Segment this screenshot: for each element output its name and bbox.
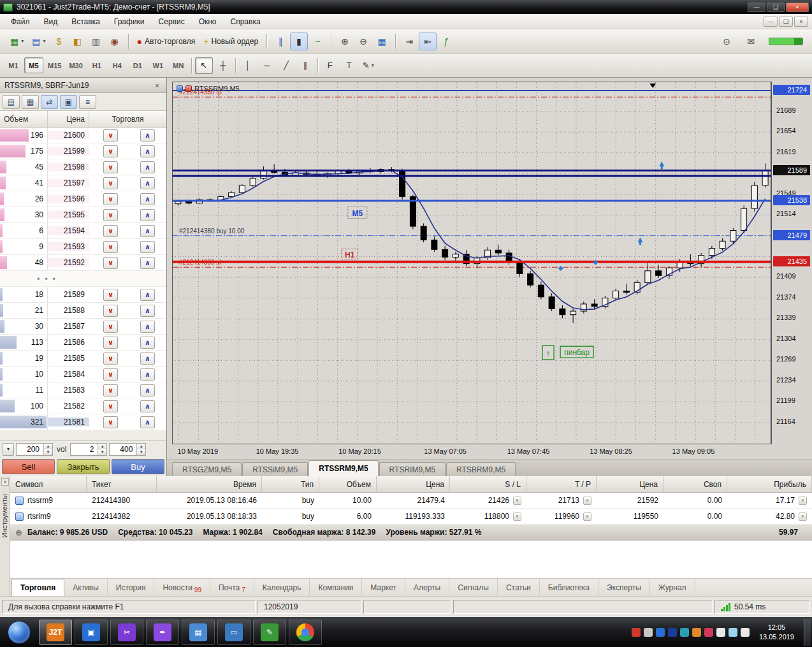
column-header-0[interactable]: Символ (10, 476, 87, 492)
cursor-tool[interactable]: ↖ (195, 57, 213, 74)
volume-field[interactable]: 2 ▲▼ (70, 443, 107, 456)
taskbar-app-computer[interactable]: ▭ (217, 620, 250, 645)
line-chart-button[interactable]: ~ (308, 33, 326, 50)
expand-icon[interactable]: ⊕ (15, 528, 22, 537)
equidistant-channel-tool[interactable]: ∥ (296, 57, 314, 74)
menu-view[interactable]: Вид (37, 15, 65, 29)
dom-sell-button[interactable]: ∨ (103, 400, 118, 412)
dom-sell-button[interactable]: ∨ (103, 353, 118, 365)
dom-price-cell[interactable]: 21599 (48, 147, 89, 156)
fibonacci-tool[interactable]: F (321, 57, 339, 74)
column-header-4[interactable]: Объем (319, 476, 377, 492)
column-header-2[interactable]: Время (157, 476, 262, 492)
chart-plot[interactable]: #212414380 tp#212414380 buy 10.00#212414… (172, 82, 771, 444)
profiles-button[interactable]: ▤▾ (28, 33, 49, 50)
dom-buy-button[interactable]: ∧ (140, 337, 155, 349)
taskbar-app-notepad[interactable]: ▤ (182, 620, 215, 645)
objects-tool[interactable]: ✎▾ (359, 57, 377, 74)
chart-tab-rtsgzm9-m5[interactable]: RTSGZM9,M5 (172, 462, 242, 476)
chart-tab-rtssim9-m5[interactable]: RTSSiM9,M5 (242, 462, 308, 476)
chart-tab-rtsrim9-m5[interactable]: RTSRIM9,M5 (379, 462, 446, 476)
column-header-9[interactable]: Своп (663, 476, 727, 492)
dom-buy-button[interactable]: ∧ (140, 145, 155, 157)
remove-sl-button[interactable]: × (513, 497, 521, 505)
chart-shift-button[interactable]: ⇤ (419, 33, 437, 50)
taskbar-app-j2t[interactable]: J2T (39, 620, 72, 645)
search-button[interactable]: ⊙ (718, 33, 736, 50)
new-chart-button[interactable]: ▦▾ (6, 33, 27, 50)
auto-scroll-button[interactable]: ⇥ (400, 33, 418, 50)
toolbox-tab-calendar[interactable]: Календарь (254, 579, 310, 596)
tray-volume-icon[interactable] (741, 628, 750, 637)
dom-sell-button[interactable]: ∨ (103, 193, 118, 205)
dom-buy-button[interactable]: ∧ (140, 209, 155, 221)
time-axis[interactable]: 10 May 201910 May 19:3510 May 20:1513 Ma… (172, 444, 771, 460)
timeframe-h4[interactable]: H4 (108, 57, 127, 73)
trendline-tool[interactable]: ╱ (277, 57, 295, 74)
dom-grid-button[interactable]: ▦ (22, 95, 39, 109)
chart-widget-icon[interactable] (177, 85, 183, 92)
toolbox-tab-assets[interactable]: Активы (64, 579, 108, 596)
remove-profit-button[interactable]: × (799, 513, 807, 521)
dom-price-cell[interactable]: 21594 (48, 226, 89, 235)
dom-sell-button[interactable]: ∨ (103, 384, 118, 396)
dom-buy-button[interactable]: ∧ (140, 225, 155, 237)
new-order-button[interactable]: +Новый ордер (199, 33, 262, 50)
slippage-field[interactable]: 400 ▲▼ (109, 443, 146, 456)
taskbar-clock[interactable]: 12:05 13.05.2019 (753, 623, 801, 642)
dom-close-button[interactable]: × (152, 80, 162, 90)
toolbox-tab-signals[interactable]: Сигналы (449, 579, 498, 596)
toolbox-tab-company[interactable]: Компания (310, 579, 362, 596)
toolbox-tab-trade[interactable]: Торговля (11, 579, 64, 596)
toolbox-tab-market[interactable]: Маркет (362, 579, 405, 596)
lot-value[interactable]: 200 (17, 444, 43, 455)
remove-profit-button[interactable]: × (799, 497, 807, 505)
child-restore-button[interactable]: ❑ (779, 17, 793, 27)
child-close-button[interactable]: × (794, 17, 808, 27)
market-watch-button[interactable]: $ (50, 33, 68, 50)
volume-stepper[interactable]: ▲▼ (98, 444, 106, 455)
dom-sell-button[interactable]: ∨ (103, 225, 118, 237)
dom-sell-button[interactable]: ∨ (103, 161, 118, 173)
remove-tp-button[interactable]: × (583, 497, 591, 505)
restore-button[interactable]: ❑ (767, 3, 785, 12)
horizontal-line-tool[interactable]: ─ (258, 57, 276, 74)
timeframe-mn[interactable]: MN (169, 57, 188, 73)
dom-buy-button[interactable]: ∧ (140, 289, 155, 301)
timeframe-m5[interactable]: M5 (24, 57, 43, 73)
column-header-8[interactable]: Цена (597, 476, 663, 492)
timeframe-m1[interactable]: M1 (4, 57, 23, 73)
candlestick-chart-button[interactable]: ▮ (290, 33, 308, 50)
text-tool[interactable]: T (340, 57, 358, 74)
dom-buy-button[interactable]: ∧ (140, 129, 155, 142)
remove-sl-button[interactable]: × (513, 513, 521, 521)
dom-buy-button[interactable]: ∧ (140, 305, 155, 317)
dom-price-cell[interactable]: 21586 (48, 338, 89, 347)
dom-sell-button[interactable]: ∨ (103, 289, 118, 301)
toolbox-tab-library[interactable]: Библиотека (540, 579, 598, 596)
column-header-10[interactable]: Прибыль (727, 476, 812, 492)
dom-buy-button[interactable]: ∧ (140, 384, 155, 396)
chart-alert-icon[interactable] (185, 85, 192, 92)
toolbox-tab-alerts[interactable]: Алерты (405, 579, 449, 596)
dom-price-cell[interactable]: 21597 (48, 178, 89, 187)
dom-price-cell[interactable]: 21581 (48, 418, 89, 426)
dom-buy-button[interactable]: ∧ (140, 161, 155, 173)
slippage-value[interactable]: 400 (110, 444, 136, 455)
dom-price-cell[interactable]: 21588 (48, 306, 89, 315)
column-header-6[interactable]: S / L (450, 476, 526, 492)
dom-buy-button[interactable]: ∧ (140, 368, 155, 381)
dom-buy-button[interactable]: ∧ (140, 353, 155, 365)
dom-buy-button[interactable]: ∧ (140, 416, 155, 428)
menu-insert[interactable]: Вставка (64, 15, 107, 29)
dom-price-cell[interactable]: 21593 (48, 242, 89, 251)
print-button[interactable]: ▥ (87, 33, 105, 50)
dom-sell-button[interactable]: ∨ (103, 305, 118, 317)
dom-column-header-0[interactable]: Объем (0, 111, 48, 127)
dom-sell-button[interactable]: ∨ (103, 321, 118, 333)
autotrade-button[interactable]: ●Авто-торговля (133, 33, 199, 50)
bar-chart-button[interactable]: ∥ (272, 33, 289, 50)
dom-price-cell[interactable]: 21592 (48, 258, 89, 267)
dom-price-cell[interactable]: 21595 (48, 210, 89, 219)
buy-button[interactable]: Buy (112, 459, 164, 474)
